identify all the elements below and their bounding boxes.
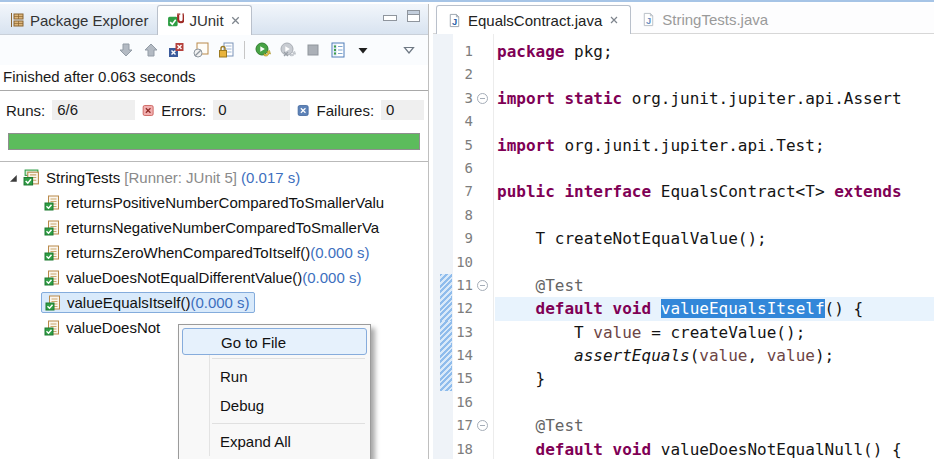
java-file-icon xyxy=(641,12,656,27)
line-number: 8 xyxy=(449,204,473,227)
line-number: 4 xyxy=(449,110,473,133)
fold-collapse-icon[interactable] xyxy=(477,280,488,291)
rerun-test-button[interactable] xyxy=(254,41,272,59)
stop-icon xyxy=(305,42,321,58)
code-line-16[interactable]: 16 xyxy=(433,391,934,414)
code-text: T value = createValue(); xyxy=(497,321,934,344)
tab-label: Package Explorer xyxy=(30,12,148,29)
menu-item-debug[interactable]: Debug xyxy=(181,391,368,420)
tab-package-explorer[interactable]: Package Explorer xyxy=(0,6,157,34)
tab-junit[interactable]: JUnit xyxy=(157,5,251,35)
code-line-10[interactable]: 10 xyxy=(433,251,934,274)
test-method-label: returnsPositiveNumberComparedToSmallerVa… xyxy=(66,194,384,211)
code-line-3[interactable]: 3import static org.junit.jupiter.api.Ass… xyxy=(433,87,934,110)
fold-collapse-icon[interactable] xyxy=(477,420,488,431)
history-dropdown-button[interactable] xyxy=(354,41,372,59)
code-line-18[interactable]: 18 default void valueDoesNotEqualNull() … xyxy=(433,438,934,459)
line-number: 18 xyxy=(449,438,473,459)
context-menu: Go to FileRunDebugExpand All xyxy=(178,324,371,459)
show-previous-failed-test-button[interactable] xyxy=(142,41,160,59)
selected-tree-item[interactable]: valueEqualsItself() (0.000 s) xyxy=(41,292,255,313)
code-line-2[interactable]: 2 xyxy=(433,63,934,86)
view-tabbar: Package Explorer JUnit xyxy=(0,4,428,35)
rerun-failed-tests-button[interactable] xyxy=(279,41,297,59)
maximize-button[interactable] xyxy=(407,10,420,22)
test-result-tree: StringTests [Runner: JUnit 5] (0.017 s)r… xyxy=(0,161,428,340)
code-line-11[interactable]: 11 @Test xyxy=(433,274,934,297)
code-token xyxy=(497,299,536,318)
tree-arrow-expanded-icon[interactable] xyxy=(7,172,19,184)
minimize-button[interactable] xyxy=(383,15,397,21)
show-failures-only-button[interactable] xyxy=(167,41,185,59)
line-number: 9 xyxy=(449,227,473,250)
show-skipped-tests-only-button[interactable] xyxy=(192,41,210,59)
code-token: import static xyxy=(497,89,622,108)
tab-equalscontract-java[interactable]: EqualsContract.java xyxy=(436,5,631,34)
tab-label: EqualsContract.java xyxy=(468,12,602,29)
tree-item-root[interactable]: StringTests [Runner: JUnit 5] (0.017 s) xyxy=(0,165,428,190)
close-icon[interactable] xyxy=(229,14,242,27)
editor-area: EqualsContract.java StringTests.java 1pa… xyxy=(433,4,934,459)
code-line-17[interactable]: 17 @Test xyxy=(433,414,934,437)
code-line-5[interactable]: 5import org.junit.jupiter.api.Test; xyxy=(433,134,934,157)
code-line-13[interactable]: 13 T value = createValue(); xyxy=(433,321,934,344)
scroll-lock-button[interactable] xyxy=(217,41,235,59)
test-ok-icon xyxy=(44,320,60,336)
code-token: value xyxy=(767,346,815,365)
code-text: import org.junit.jupiter.api.Test; xyxy=(497,134,934,157)
code-line-15[interactable]: 15 } xyxy=(433,367,934,390)
stop-junit-test-run-button[interactable] xyxy=(304,41,322,59)
line-number: 12 xyxy=(449,297,473,320)
code-token: assertEquals xyxy=(574,346,690,365)
code-token xyxy=(497,346,574,365)
view-window-buttons xyxy=(383,10,420,22)
java-editor[interactable]: 1package pkg;23import static org.junit.j… xyxy=(433,34,934,459)
code-lines: 1package pkg;23import static org.junit.j… xyxy=(433,40,934,459)
test-progress-bar xyxy=(8,133,420,150)
test-method-label: valueDoesNot xyxy=(66,319,160,336)
code-line-12[interactable]: 12 default void valueEqualsItself() { xyxy=(433,297,934,320)
tree-item[interactable]: returnsPositiveNumberComparedToSmallerVa… xyxy=(0,190,428,215)
skipped-tests-icon xyxy=(193,42,209,58)
line-number: 1 xyxy=(449,40,473,63)
arrow-up-icon xyxy=(143,42,159,58)
code-token: value xyxy=(593,323,641,342)
line-number: 16 xyxy=(449,391,473,414)
code-line-4[interactable]: 4 xyxy=(433,110,934,133)
close-icon[interactable] xyxy=(608,14,620,26)
code-line-9[interactable]: 9 T createNotEqualValue(); xyxy=(433,227,934,250)
code-line-14[interactable]: 14 assertEquals(value, value); xyxy=(433,344,934,367)
tree-item[interactable]: valueEqualsItself() (0.000 s) xyxy=(0,290,428,315)
code-token: ); xyxy=(815,346,834,365)
line-number: 17 xyxy=(449,414,473,437)
status-text: Finished after 0.063 seconds xyxy=(0,65,428,91)
tab-stringtests-java[interactable]: StringTests.java xyxy=(631,6,778,33)
code-token xyxy=(497,440,536,459)
menu-item-expand-all[interactable]: Expand All xyxy=(181,427,368,456)
code-text: } xyxy=(497,367,934,390)
line-number: 14 xyxy=(449,344,473,367)
code-line-7[interactable]: 7public interface EqualsContract<T> exte… xyxy=(433,180,934,203)
code-text: public interface EqualsContract<T> exten… xyxy=(497,180,934,203)
show-next-failed-test-button[interactable] xyxy=(117,41,135,59)
line-number: 10 xyxy=(449,251,473,274)
tree-item[interactable]: returnsZeroWhenComparedToItself() (0.000… xyxy=(0,240,428,265)
code-token: () { xyxy=(825,299,864,318)
view-menu-button[interactable] xyxy=(400,41,418,59)
menu-item-run[interactable]: Run xyxy=(181,362,368,391)
test-ok-icon xyxy=(44,220,60,236)
test-run-history-button[interactable] xyxy=(329,41,347,59)
code-token: pkg; xyxy=(564,42,612,61)
code-line-6[interactable]: 6 xyxy=(433,157,934,180)
menu-item-go-to-file[interactable]: Go to File xyxy=(182,328,367,355)
code-token: extends xyxy=(834,182,901,201)
line-number: 15 xyxy=(449,367,473,390)
code-line-1[interactable]: 1package pkg; xyxy=(433,40,934,63)
elapsed-time: (0.017 s) xyxy=(237,169,300,186)
code-line-8[interactable]: 8 xyxy=(433,204,934,227)
tree-item[interactable]: valueDoesNotEqualDifferentValue() (0.000… xyxy=(0,265,428,290)
tab-label: StringTests.java xyxy=(662,11,768,28)
fold-collapse-icon[interactable] xyxy=(477,93,488,104)
tree-item[interactable]: returnsNegativeNumberComparedToSmallerVa xyxy=(0,215,428,240)
line-number: 11 xyxy=(449,274,473,297)
